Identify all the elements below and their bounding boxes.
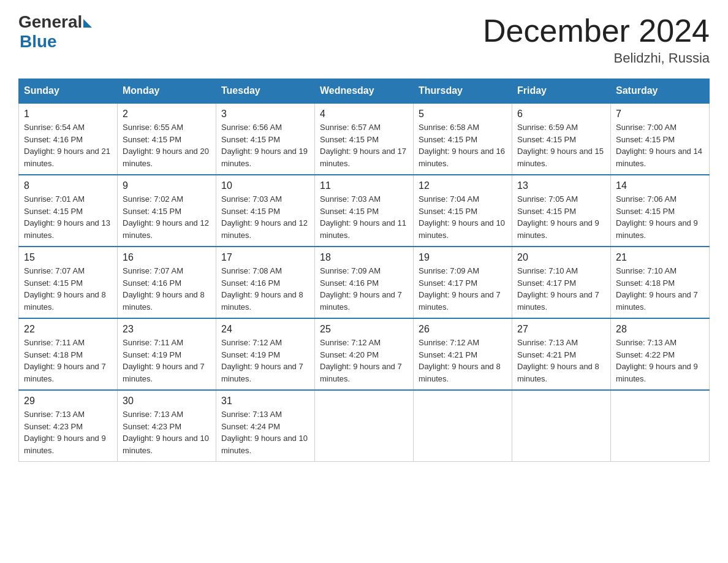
- day-info: Sunrise: 7:08 AMSunset: 4:16 PMDaylight:…: [221, 265, 309, 313]
- day-number: 18: [320, 252, 408, 263]
- calendar-cell: 31Sunrise: 7:13 AMSunset: 4:24 PMDayligh…: [216, 390, 315, 462]
- calendar-table: SundayMondayTuesdayWednesdayThursdayFrid…: [18, 79, 710, 462]
- day-number: 7: [616, 109, 704, 120]
- calendar-cell: 9Sunrise: 7:02 AMSunset: 4:15 PMDaylight…: [118, 175, 216, 247]
- calendar-cell: [414, 390, 512, 462]
- day-number: 2: [123, 109, 211, 120]
- day-number: 14: [616, 180, 704, 191]
- day-number: 1: [24, 109, 112, 120]
- calendar-cell: 6Sunrise: 6:59 AMSunset: 4:15 PMDaylight…: [512, 103, 611, 175]
- calendar-cell: 10Sunrise: 7:03 AMSunset: 4:15 PMDayligh…: [216, 175, 315, 247]
- calendar-cell: 29Sunrise: 7:13 AMSunset: 4:23 PMDayligh…: [19, 390, 118, 462]
- logo-blue-text: Blue: [20, 32, 57, 52]
- calendar-cell: 8Sunrise: 7:01 AMSunset: 4:15 PMDaylight…: [19, 175, 118, 247]
- calendar-cell: 4Sunrise: 6:57 AMSunset: 4:15 PMDaylight…: [315, 103, 414, 175]
- column-header-wednesday: Wednesday: [315, 79, 414, 104]
- day-info: Sunrise: 7:05 AMSunset: 4:15 PMDaylight:…: [517, 193, 605, 241]
- calendar-cell: 22Sunrise: 7:11 AMSunset: 4:18 PMDayligh…: [19, 318, 118, 390]
- column-header-sunday: Sunday: [19, 79, 118, 104]
- day-info: Sunrise: 7:03 AMSunset: 4:15 PMDaylight:…: [320, 193, 408, 241]
- day-number: 24: [221, 324, 309, 335]
- day-number: 4: [320, 109, 408, 120]
- day-info: Sunrise: 7:07 AMSunset: 4:15 PMDaylight:…: [24, 265, 112, 313]
- day-number: 20: [517, 252, 605, 263]
- day-info: Sunrise: 7:13 AMSunset: 4:23 PMDaylight:…: [123, 408, 211, 456]
- column-header-monday: Monday: [118, 79, 216, 104]
- day-info: Sunrise: 7:00 AMSunset: 4:15 PMDaylight:…: [616, 121, 704, 169]
- calendar-cell: 11Sunrise: 7:03 AMSunset: 4:15 PMDayligh…: [315, 175, 414, 247]
- day-number: 6: [517, 109, 605, 120]
- calendar-cell: 20Sunrise: 7:10 AMSunset: 4:17 PMDayligh…: [512, 247, 611, 318]
- day-number: 31: [221, 396, 309, 407]
- day-number: 16: [123, 252, 211, 263]
- day-info: Sunrise: 7:02 AMSunset: 4:15 PMDaylight:…: [123, 193, 211, 241]
- day-info: Sunrise: 7:12 AMSunset: 4:19 PMDaylight:…: [221, 337, 309, 385]
- day-info: Sunrise: 6:59 AMSunset: 4:15 PMDaylight:…: [517, 121, 605, 169]
- day-info: Sunrise: 7:13 AMSunset: 4:22 PMDaylight:…: [616, 337, 704, 385]
- calendar-cell: 21Sunrise: 7:10 AMSunset: 4:18 PMDayligh…: [611, 247, 710, 318]
- column-header-tuesday: Tuesday: [216, 79, 315, 104]
- day-number: 8: [24, 180, 112, 191]
- day-info: Sunrise: 6:55 AMSunset: 4:15 PMDaylight:…: [123, 121, 211, 169]
- day-info: Sunrise: 7:07 AMSunset: 4:16 PMDaylight:…: [123, 265, 211, 313]
- page-header: General Blue December 2024 Belidzhi, Rus…: [18, 12, 710, 66]
- day-number: 22: [24, 324, 112, 335]
- calendar-cell: 18Sunrise: 7:09 AMSunset: 4:16 PMDayligh…: [315, 247, 414, 318]
- day-number: 10: [221, 180, 309, 191]
- logo-arrow-icon: [83, 19, 92, 28]
- day-number: 19: [419, 252, 507, 263]
- day-info: Sunrise: 7:11 AMSunset: 4:19 PMDaylight:…: [123, 337, 211, 385]
- day-number: 12: [419, 180, 507, 191]
- day-info: Sunrise: 7:09 AMSunset: 4:17 PMDaylight:…: [419, 265, 507, 313]
- day-info: Sunrise: 7:11 AMSunset: 4:18 PMDaylight:…: [24, 337, 112, 385]
- calendar-cell: 19Sunrise: 7:09 AMSunset: 4:17 PMDayligh…: [414, 247, 512, 318]
- calendar-cell: 27Sunrise: 7:13 AMSunset: 4:21 PMDayligh…: [512, 318, 611, 390]
- calendar-cell: 17Sunrise: 7:08 AMSunset: 4:16 PMDayligh…: [216, 247, 315, 318]
- day-number: 29: [24, 396, 112, 407]
- day-number: 27: [517, 324, 605, 335]
- calendar-cell: 30Sunrise: 7:13 AMSunset: 4:23 PMDayligh…: [118, 390, 216, 462]
- day-number: 5: [419, 109, 507, 120]
- column-header-thursday: Thursday: [414, 79, 512, 104]
- calendar-cell: 5Sunrise: 6:58 AMSunset: 4:15 PMDaylight…: [414, 103, 512, 175]
- day-number: 26: [419, 324, 507, 335]
- logo-general-text: General: [18, 12, 82, 32]
- calendar-cell: 1Sunrise: 6:54 AMSunset: 4:16 PMDaylight…: [19, 103, 118, 175]
- day-info: Sunrise: 6:57 AMSunset: 4:15 PMDaylight:…: [320, 121, 408, 169]
- day-number: 28: [616, 324, 704, 335]
- day-number: 13: [517, 180, 605, 191]
- calendar-cell: [611, 390, 710, 462]
- day-number: 23: [123, 324, 211, 335]
- month-title: December 2024: [483, 12, 710, 49]
- calendar-cell: 15Sunrise: 7:07 AMSunset: 4:15 PMDayligh…: [19, 247, 118, 318]
- calendar-cell: 13Sunrise: 7:05 AMSunset: 4:15 PMDayligh…: [512, 175, 611, 247]
- day-info: Sunrise: 7:13 AMSunset: 4:21 PMDaylight:…: [517, 337, 605, 385]
- day-number: 21: [616, 252, 704, 263]
- day-info: Sunrise: 7:10 AMSunset: 4:17 PMDaylight:…: [517, 265, 605, 313]
- column-header-friday: Friday: [512, 79, 611, 104]
- calendar-cell: [512, 390, 611, 462]
- day-info: Sunrise: 7:12 AMSunset: 4:21 PMDaylight:…: [419, 337, 507, 385]
- calendar-week-row: 8Sunrise: 7:01 AMSunset: 4:15 PMDaylight…: [19, 175, 710, 247]
- day-info: Sunrise: 7:03 AMSunset: 4:15 PMDaylight:…: [221, 193, 309, 241]
- day-number: 15: [24, 252, 112, 263]
- calendar-cell: [315, 390, 414, 462]
- calendar-week-row: 22Sunrise: 7:11 AMSunset: 4:18 PMDayligh…: [19, 318, 710, 390]
- day-info: Sunrise: 7:04 AMSunset: 4:15 PMDaylight:…: [419, 193, 507, 241]
- calendar-cell: 2Sunrise: 6:55 AMSunset: 4:15 PMDaylight…: [118, 103, 216, 175]
- day-info: Sunrise: 7:09 AMSunset: 4:16 PMDaylight:…: [320, 265, 408, 313]
- day-number: 11: [320, 180, 408, 191]
- calendar-cell: 24Sunrise: 7:12 AMSunset: 4:19 PMDayligh…: [216, 318, 315, 390]
- title-section: December 2024 Belidzhi, Russia: [483, 12, 710, 66]
- calendar-cell: 23Sunrise: 7:11 AMSunset: 4:19 PMDayligh…: [118, 318, 216, 390]
- calendar-cell: 26Sunrise: 7:12 AMSunset: 4:21 PMDayligh…: [414, 318, 512, 390]
- calendar-week-row: 15Sunrise: 7:07 AMSunset: 4:15 PMDayligh…: [19, 247, 710, 318]
- day-info: Sunrise: 7:06 AMSunset: 4:15 PMDaylight:…: [616, 193, 704, 241]
- calendar-cell: 16Sunrise: 7:07 AMSunset: 4:16 PMDayligh…: [118, 247, 216, 318]
- day-info: Sunrise: 7:12 AMSunset: 4:20 PMDaylight:…: [320, 337, 408, 385]
- day-info: Sunrise: 7:13 AMSunset: 4:23 PMDaylight:…: [24, 408, 112, 456]
- logo: General Blue: [18, 12, 92, 52]
- day-number: 30: [123, 396, 211, 407]
- day-info: Sunrise: 6:58 AMSunset: 4:15 PMDaylight:…: [419, 121, 507, 169]
- day-number: 25: [320, 324, 408, 335]
